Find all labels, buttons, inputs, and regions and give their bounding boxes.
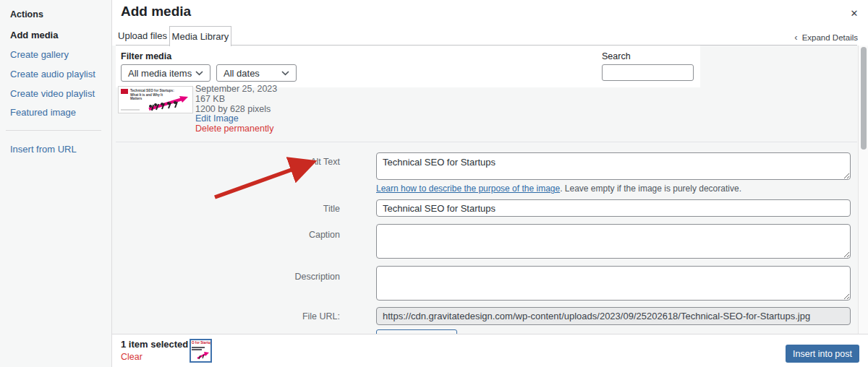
media-tabbar: Upload files Media Library (116, 26, 857, 46)
alt-text-help: Learn how to describe the purpose of the… (376, 184, 741, 194)
delete-permanently-link[interactable]: Delete permanently (195, 124, 277, 134)
attachment-meta: September 25, 2023 167 KB 1200 by 628 pi… (195, 85, 277, 134)
selected-thumb-text: O for Startup (192, 341, 212, 345)
list-divider (116, 142, 857, 142)
media-modal-sidebar: Actions Add media Create gallery Create … (0, 0, 112, 367)
thumbnail-footer-line (121, 109, 140, 111)
edit-image-link[interactable]: Edit Image (195, 114, 277, 124)
thumbnail-logo-mark (121, 89, 128, 94)
alt-text-help-link[interactable]: Learn how to describe the purpose of the… (376, 184, 560, 194)
description-field[interactable] (376, 266, 851, 301)
page-title: Add media (121, 4, 191, 20)
attachment-dimensions: 1200 by 628 pixels (195, 105, 277, 115)
chevron-down-icon (195, 71, 203, 76)
search-label: Search (602, 51, 631, 61)
media-type-filter-select[interactable]: All media items (121, 64, 210, 82)
clear-selection-link[interactable]: Clear (121, 352, 142, 362)
insert-into-post-button[interactable]: Insert into post (786, 345, 859, 363)
tab-media-library[interactable]: Media Library (169, 26, 231, 46)
close-icon[interactable]: ✕ (846, 6, 862, 22)
sidebar-item-create-video-playlist[interactable]: Create video playlist (10, 88, 95, 99)
selected-thumb-line (192, 349, 202, 350)
file-url-label: File URL: (239, 311, 340, 321)
file-url-field[interactable] (376, 307, 851, 325)
sidebar-divider (6, 130, 101, 131)
attachment-filesize: 167 KB (195, 95, 277, 105)
alt-text-field[interactable] (376, 152, 851, 180)
sidebar-item-create-gallery[interactable]: Create gallery (10, 49, 69, 60)
caption-field[interactable] (376, 224, 851, 259)
media-toolbar: Filter media All media items All dates S… (116, 46, 700, 87)
caption-label: Caption (239, 230, 340, 240)
selected-thumb-line (192, 347, 205, 348)
tab-upload-files[interactable]: Upload files (116, 26, 169, 46)
attachment-thumbnail[interactable]: Technical SEO for Startups: What It is a… (118, 86, 193, 113)
filter-media-label: Filter media (121, 51, 171, 61)
title-label: Title (239, 204, 340, 214)
date-filter-value: All dates (224, 68, 281, 79)
media-modal-main: Add media ✕ ‹Expand Details Upload files… (112, 0, 868, 367)
scrollbar-thumb[interactable] (861, 47, 867, 150)
search-input[interactable] (602, 64, 694, 81)
selected-item-thumbnail[interactable]: O for Startup (190, 339, 212, 363)
chevron-down-icon (281, 71, 289, 76)
title-field[interactable] (376, 199, 851, 217)
media-type-filter-value: All media items (128, 68, 195, 79)
alt-text-help-rest: . Leave empty if the image is purely dec… (560, 184, 741, 194)
media-library-content: Filter media All media items All dates S… (112, 46, 858, 334)
date-filter-select[interactable]: All dates (216, 64, 297, 82)
add-media-modal: Actions Add media Create gallery Create … (0, 0, 868, 367)
sidebar-item-add-media[interactable]: Add media (10, 30, 58, 40)
attachment-date: September 25, 2023 (195, 85, 277, 95)
sidebar-item-create-audio-playlist[interactable]: Create audio playlist (10, 69, 95, 79)
sidebar-heading: Actions (10, 9, 43, 20)
modal-footer: 1 item selected Clear O for Startup Inse… (112, 334, 868, 367)
selection-count: 1 item selected (121, 339, 188, 350)
sidebar-item-featured-image[interactable]: Featured image (10, 107, 76, 118)
selected-thumb-arrow-graphic (197, 351, 210, 360)
alt-text-label: Alt Text (239, 157, 340, 167)
thumbnail-arrow-graphic (146, 95, 191, 112)
vertical-scrollbar[interactable] (858, 46, 868, 334)
sidebar-item-insert-from-url[interactable]: Insert from URL (10, 144, 77, 155)
description-label: Description (239, 272, 340, 282)
